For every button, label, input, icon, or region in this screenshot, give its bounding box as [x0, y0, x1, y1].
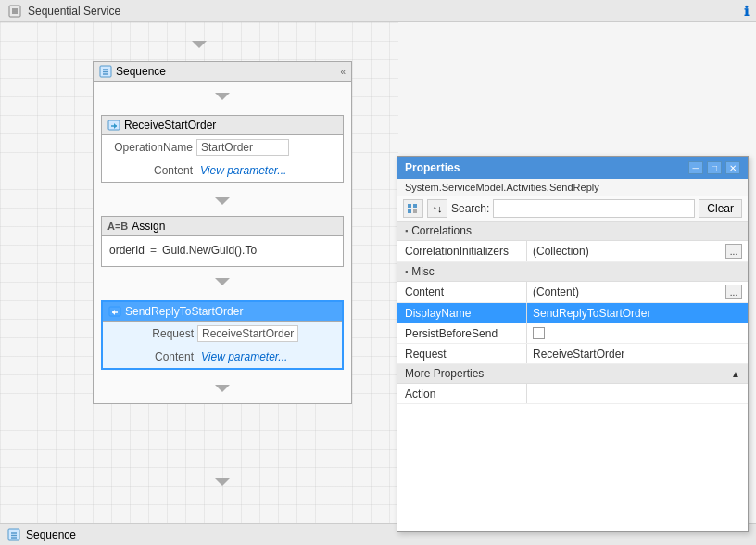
warning-icon: ℹ: [744, 4, 749, 19]
sort-icon: ↑↓: [433, 203, 443, 214]
displayname-prop-text: SendReplyToStartOrder: [533, 307, 742, 320]
more-label: More Properties: [405, 367, 484, 380]
status-sequence-label: Sequence: [26, 528, 76, 541]
request-prop-name: Request: [397, 344, 527, 363]
inner-chevron-4: [94, 377, 351, 399]
props-maximize-btn[interactable]: □: [707, 161, 722, 174]
sequential-service-icon: [7, 4, 22, 19]
action-row: Action: [397, 384, 748, 404]
content-label-1: Content: [109, 164, 193, 177]
sequence-icon: [99, 65, 112, 78]
sendreply-activity: SendReplyToStartOrder Request ReceiveSta…: [101, 300, 344, 370]
svg-rect-19: [408, 209, 411, 213]
correlation-initializers-row: CorrelationInitializers (Collection) ...: [397, 241, 748, 262]
top-chevron: [0, 33, 398, 56]
props-clear-btn[interactable]: Clear: [699, 199, 742, 218]
assign-expression: orderId = Guid.NewGuid().To: [109, 240, 335, 260]
persist-row: PersistBeforeSend: [397, 323, 748, 344]
props-sort-btn[interactable]: ↑↓: [427, 199, 447, 218]
correlations-section-header: ▪ Correlations: [397, 222, 748, 241]
assign-eq: =: [150, 244, 157, 257]
request-value: ReceiveStartOrder: [197, 325, 298, 342]
correlations-toggle[interactable]: ▪: [405, 226, 408, 235]
receive-name: ReceiveStartOrder: [124, 119, 216, 132]
content-value-2[interactable]: View parameter...: [197, 349, 291, 364]
inner-chevron-2: [94, 190, 351, 212]
sendreply-header: SendReplyToStartOrder: [103, 302, 342, 322]
displayname-prop-name: DisplayName: [397, 303, 527, 323]
props-subtitle: System.ServiceModel.Activities.SendReply: [397, 179, 748, 196]
svg-rect-21: [413, 209, 417, 213]
receive-activity: ReceiveStartOrder OperationName StartOrd…: [101, 115, 344, 183]
sequence-container: Sequence « ReceiveStartOrder Operation: [93, 61, 352, 404]
title-text: Sequential Service: [28, 5, 120, 18]
svg-rect-18: [408, 204, 411, 208]
sendreply-request-row: Request ReceiveStartOrder: [103, 322, 342, 346]
content-label-2: Content: [110, 350, 194, 363]
misc-label: Misc: [411, 265, 435, 278]
props-minimize-btn[interactable]: ─: [688, 161, 703, 174]
request-row: Request ReceiveStartOrder: [397, 344, 748, 364]
receive-activity-header: ReceiveStartOrder: [102, 116, 343, 135]
props-search-input[interactable]: [493, 199, 695, 218]
sendreply-content-row: Content View parameter...: [103, 346, 342, 368]
operation-value: StartOrder: [196, 139, 289, 156]
sequence-label: Sequence: [116, 65, 166, 78]
canvas-area: Sequential Service ℹ Sequence «: [0, 0, 756, 545]
sequence-header: Sequence «: [94, 62, 351, 82]
receive-content-row: Content View parameter...: [102, 159, 343, 182]
displayname-prop-value: SendReplyToStartOrder: [527, 303, 748, 323]
content-prop-name: Content: [397, 282, 527, 302]
persist-prop-value: [527, 323, 748, 343]
action-prop-name: Action: [397, 384, 527, 403]
assign-header: A=B Assign: [102, 217, 343, 236]
operation-label: OperationName: [109, 141, 193, 154]
props-table: ▪ Correlations CorrelationInitializers (…: [397, 222, 748, 531]
properties-panel: Properties ─ □ ✕ System.ServiceModel.Act…: [397, 156, 749, 532]
correlation-initializers-text: (Collection): [533, 245, 725, 258]
assign-label: Assign: [132, 220, 165, 233]
sendreply-name: SendReplyToStartOrder: [125, 305, 243, 318]
correlation-initializers-name: CorrelationInitializers: [397, 241, 527, 261]
correlation-initializers-ellipsis[interactable]: ...: [725, 244, 742, 259]
misc-toggle[interactable]: ▪: [405, 267, 408, 276]
request-prop-text: ReceiveStartOrder: [533, 348, 742, 361]
props-search-label: Search:: [451, 202, 489, 215]
receive-operation-row: OperationName StartOrder: [102, 135, 343, 159]
persist-prop-name: PersistBeforeSend: [397, 323, 527, 343]
props-toolbar: ↑↓ Search: Clear: [397, 196, 748, 222]
content-ellipsis[interactable]: ...: [725, 285, 742, 299]
assign-icon: A=B: [107, 221, 128, 232]
misc-section-header: ▪ Misc: [397, 262, 748, 282]
content-prop-value: (Content) ...: [527, 282, 748, 302]
correlations-label: Correlations: [411, 224, 472, 237]
title-bar: Sequential Service ℹ: [0, 0, 756, 22]
svg-rect-20: [413, 204, 417, 208]
content-row: Content (Content) ...: [397, 282, 748, 303]
sendreply-icon: [108, 305, 121, 318]
props-categorize-btn[interactable]: [403, 199, 423, 218]
inner-chevron-3: [94, 271, 351, 293]
props-controls: ─ □ ✕: [688, 161, 740, 174]
request-label: Request: [110, 327, 194, 340]
props-title: Properties: [405, 161, 460, 174]
more-collapse-btn[interactable]: ▲: [731, 369, 740, 379]
assign-expr: Guid.NewGuid().To: [162, 244, 257, 257]
correlation-initializers-value: (Collection) ...: [527, 241, 748, 261]
request-prop-value: ReceiveStartOrder: [527, 344, 748, 363]
assign-var: orderId: [109, 244, 145, 257]
props-title-bar: Properties ─ □ ✕: [397, 157, 748, 179]
content-value-1[interactable]: View parameter...: [196, 163, 290, 178]
persist-checkbox[interactable]: [533, 327, 545, 339]
more-section-header: More Properties ▲: [397, 364, 748, 384]
designer-canvas: Sequence « ReceiveStartOrder Operation: [0, 22, 398, 523]
receive-icon: [107, 119, 120, 132]
props-close-btn[interactable]: ✕: [725, 161, 740, 174]
assign-activity: A=B Assign orderId = Guid.NewGuid().To: [101, 216, 344, 267]
action-prop-value: [527, 384, 748, 403]
sequence-collapse[interactable]: «: [340, 67, 346, 77]
inner-chevron-1: [94, 85, 351, 108]
bottom-chevron: [93, 471, 352, 493]
displayname-row[interactable]: DisplayName SendReplyToStartOrder: [397, 303, 748, 323]
content-prop-text: (Content): [533, 285, 725, 298]
